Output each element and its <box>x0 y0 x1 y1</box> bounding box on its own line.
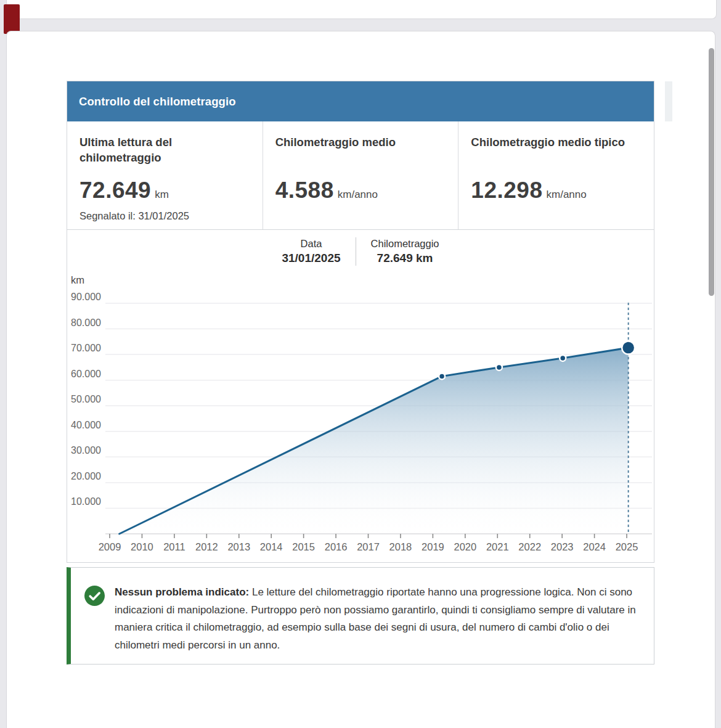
tooltip-km-label: Chilometraggio <box>371 238 439 250</box>
tooltip-date: Data 31/01/2025 <box>282 238 340 265</box>
svg-text:2022: 2022 <box>518 541 541 552</box>
svg-text:30.000: 30.000 <box>71 445 101 456</box>
widget-header: Controllo del chilometraggio <box>67 81 654 121</box>
svg-text:80.000: 80.000 <box>71 317 101 328</box>
mileage-chart[interactable]: 10.00020.00030.00040.00050.00060.00070.0… <box>67 272 654 562</box>
notice-title: Nessun problema indicato: <box>115 586 249 598</box>
stat-title: Chilometraggio medio <box>275 134 447 170</box>
stat-unit: km <box>155 189 169 200</box>
current-reading-marker[interactable] <box>622 342 635 354</box>
tooltip-date-label: Data <box>282 238 340 250</box>
stat-reported-date: Segnalato il: 31/01/2025 <box>79 210 251 222</box>
check-icon <box>84 586 105 606</box>
svg-text:50.000: 50.000 <box>71 394 101 404</box>
svg-text:2016: 2016 <box>325 541 348 552</box>
svg-text:10.000: 10.000 <box>71 496 101 507</box>
svg-text:2011: 2011 <box>163 541 185 552</box>
stat-value: 4.588 <box>275 178 334 203</box>
tooltip-divider <box>356 237 356 266</box>
area-fill <box>120 348 629 534</box>
svg-text:2021: 2021 <box>486 541 509 552</box>
svg-text:2010: 2010 <box>131 541 153 552</box>
stat-unit: km/anno <box>338 189 378 200</box>
x-axis-ticks: 2009201020112012201320142015201620172018… <box>99 534 638 552</box>
svg-text:2015: 2015 <box>292 541 315 552</box>
red-edge-marker <box>4 4 20 34</box>
tooltip-km-value: 72.649 km <box>371 252 439 265</box>
stat-typical-average-mileage: Chilometraggio medio tipico 12.298km/ann… <box>458 121 654 229</box>
no-problem-notice: Nessun problema indicato: Le letture del… <box>67 567 654 665</box>
tooltip-km: Chilometraggio 72.649 km <box>371 238 439 265</box>
svg-text:2009: 2009 <box>99 541 121 552</box>
svg-text:20.000: 20.000 <box>71 471 101 481</box>
stat-value: 72.649 <box>79 178 151 203</box>
chart-tooltip: Data 31/01/2025 Chilometraggio 72.649 km <box>67 229 654 272</box>
stat-unit: km/anno <box>547 189 587 200</box>
svg-text:2012: 2012 <box>195 541 218 552</box>
stat-title: Ultima lettura del chilometraggio <box>79 134 251 170</box>
svg-text:2023: 2023 <box>551 541 574 552</box>
scrollbar-thumb[interactable] <box>709 48 714 296</box>
stat-value-line: 12.298km/anno <box>471 178 643 203</box>
tooltip-date-value: 31/01/2025 <box>282 252 340 265</box>
stat-value-line: 4.588km/anno <box>275 178 447 203</box>
svg-text:2020: 2020 <box>454 541 476 552</box>
mileage-check-widget: Controllo del chilometraggio Ultima lett… <box>67 81 654 563</box>
previous-card-bottom <box>6 0 717 19</box>
svg-text:2017: 2017 <box>357 541 380 552</box>
svg-text:2014: 2014 <box>260 541 283 552</box>
stat-value-line: 72.649km <box>79 178 251 203</box>
svg-text:2024: 2024 <box>583 541 606 552</box>
mileage-chart-svg[interactable]: 10.00020.00030.00040.00050.00060.00070.0… <box>67 272 654 562</box>
y-axis-title: km <box>71 274 84 285</box>
svg-text:60.000: 60.000 <box>71 369 101 379</box>
svg-text:2018: 2018 <box>389 541 412 552</box>
stats-row: Ultima lettura del chilometraggio 72.649… <box>67 121 654 229</box>
svg-text:40.000: 40.000 <box>71 420 101 430</box>
stat-title: Chilometraggio medio tipico <box>471 134 643 170</box>
svg-text:2019: 2019 <box>422 541 444 552</box>
stat-average-mileage: Chilometraggio medio 4.588km/anno <box>263 121 459 229</box>
svg-text:2013: 2013 <box>227 541 250 552</box>
svg-text:2025: 2025 <box>616 541 638 552</box>
stat-last-reading: Ultima lettura del chilometraggio 72.649… <box>67 121 263 229</box>
stat-value: 12.298 <box>471 178 542 203</box>
svg-text:90.000: 90.000 <box>71 292 101 302</box>
svg-text:70.000: 70.000 <box>71 343 101 353</box>
page: { "page": { "background": "#e8e8ec", "re… <box>0 0 721 728</box>
widget-title: Controllo del chilometraggio <box>79 95 236 108</box>
report-card: Controllo del chilometraggio Ultima lett… <box>6 31 715 728</box>
header-ghost-strip <box>665 81 672 121</box>
notice-text: Nessun problema indicato: Le letture del… <box>115 584 639 664</box>
